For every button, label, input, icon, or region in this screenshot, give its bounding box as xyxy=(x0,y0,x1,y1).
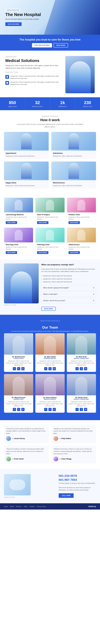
service-body-2: Heart of Surgery Sample text. Click to s… xyxy=(36,212,64,225)
service-text-5: Sample text. Click to select the Text El… xyxy=(37,246,63,250)
facebook-icon-3[interactable]: f xyxy=(76,367,79,370)
team-name-3: Dr. Rick Scott xyxy=(67,356,96,358)
twitter-icon-2[interactable]: t xyxy=(48,367,52,370)
stat-medical-facts: 230 Medical Facts xyxy=(75,97,100,110)
faq-q-2[interactable]: What is a birth plan? + xyxy=(41,292,96,297)
contact-section: Images by Freepik 001-234-5678 001-987-7… xyxy=(0,469,100,503)
stat-label-1: Happy Client xyxy=(1,106,24,107)
twitter-icon-4[interactable]: t xyxy=(17,408,20,411)
preg-img-label: Images from Freepik xyxy=(4,304,39,306)
service-body-4: Neurology Clinic Sample text. Click to s… xyxy=(4,242,33,255)
faq-q-text-2: What is a birth plan? xyxy=(43,293,58,295)
preg-list: Sample text. Click to select the Text El… xyxy=(41,275,96,283)
facebook-icon-5[interactable]: f xyxy=(44,408,47,411)
linkedin-icon-6[interactable]: in xyxy=(84,408,87,411)
ms-feature-1: Sample text. Click to select the text bo… xyxy=(5,75,63,80)
twitter-icon-5[interactable]: t xyxy=(48,408,52,411)
how-card-img-3 xyxy=(4,162,49,180)
team-socials-2: f t in xyxy=(35,367,64,370)
pills-shape xyxy=(9,480,25,490)
feature-icon-2 xyxy=(5,81,9,85)
how-card-title-4: World Doctors xyxy=(53,182,94,184)
team-role-5: MEDICAL DENTIST xyxy=(35,398,64,400)
footer-link-about[interactable]: About xyxy=(10,506,14,507)
quote-author-2: — Polly Heither xyxy=(54,436,94,441)
quote-author-1: — Jennie Klenny xyxy=(6,436,46,441)
team-card-1: Dr. Bob Bronson CARDIOLOGIST Sample text… xyxy=(4,333,33,372)
quote-name-4: — Cheer Wragg xyxy=(59,458,71,460)
how-tag: Working process xyxy=(4,116,96,117)
call-now-button[interactable]: CALL NOW xyxy=(59,493,74,498)
footer-link-privacy[interactable]: Privacy Policy xyxy=(37,506,46,507)
team-name-1: Dr. Bob Bronson xyxy=(4,356,33,358)
quote-card-3: "That art of medicine consists in amusin… xyxy=(4,446,49,464)
read-more-button-band[interactable]: READ MORE xyxy=(54,43,68,48)
footer-links: Home About Services Team Contact Privacy… xyxy=(4,506,46,507)
stat-medical-doctors: 32 Medical Doctors xyxy=(25,97,50,110)
footer-link-contact[interactable]: Contact xyxy=(30,506,34,507)
footer-link-home[interactable]: Home xyxy=(4,506,8,507)
contact-right: 001-234-5678 001-987-7654 121 Rock Stree… xyxy=(59,474,96,498)
pills-img-label: Images by Freepik xyxy=(4,496,55,498)
quote-text-3: "That art of medicine consists in amusin… xyxy=(6,448,46,455)
team-card-3: Dr. Rick Scott DENTIST CONSULTANT Sample… xyxy=(67,333,96,372)
service-body-6: Tablet Doctors Sample text. Click to sel… xyxy=(67,242,96,255)
stat-label-4: Medical Facts xyxy=(76,106,99,107)
twitter-icon-6[interactable]: t xyxy=(80,408,83,411)
read-more-4[interactable]: READ MORE xyxy=(6,251,17,254)
linkedin-icon-4[interactable]: in xyxy=(21,408,24,411)
preg-image xyxy=(4,264,39,304)
linkedin-icon-5[interactable]: in xyxy=(53,408,56,411)
hero-pretitle: Getting Started Edit xyxy=(5,9,20,11)
facebook-icon-4[interactable]: f xyxy=(13,408,16,411)
facebook-icon-6[interactable]: f xyxy=(76,408,79,411)
footer-link-services[interactable]: Services xyxy=(16,506,22,507)
read-more-5[interactable]: READ MORE xyxy=(37,251,48,254)
read-more-2[interactable]: READ MORE xyxy=(37,221,48,224)
team-img-6 xyxy=(67,374,96,395)
team-img-4 xyxy=(4,374,33,395)
read-more-3[interactable]: READ MORE xyxy=(68,221,80,224)
preg-read-more-button[interactable]: READ MORE xyxy=(41,307,56,311)
facebook-icon-1[interactable]: f xyxy=(13,367,16,370)
contact-address: 121 Rock Street, 21 Avenue, New York, NY… xyxy=(59,482,96,485)
service-img-4 xyxy=(4,228,33,242)
preg-right: When can pregnancy cravings start? Lorem… xyxy=(41,264,96,310)
how-card-title-2: Satisfaction xyxy=(53,152,94,154)
hero-content: Getting Started Edit The New Hospital We… xyxy=(5,9,41,26)
quote-card-1: "Find fact out more to place attention t… xyxy=(4,426,49,443)
footer-link-team[interactable]: Team xyxy=(24,506,27,507)
faq-q-1[interactable]: When should I going to the hospital? + xyxy=(41,285,96,290)
hero-bg-image xyxy=(44,0,100,35)
twitter-icon-3[interactable]: t xyxy=(80,367,83,370)
how-card-body-3: Happy Client Sample text. Click to selec… xyxy=(4,180,49,188)
faq-q-text-3: Should I see the Do you know? xyxy=(43,300,65,302)
hero-cta-button[interactable]: OUR FEATURES xyxy=(5,22,22,26)
services-grid: Labrinthology Medicine Sample text. Clic… xyxy=(4,198,96,256)
ms-feature-2: Sample text. Click to select the text bo… xyxy=(5,81,63,86)
how-card-text-2: Sample text. Click to select the Text El… xyxy=(53,155,94,157)
linkedin-icon-1[interactable]: in xyxy=(21,367,24,370)
team-tag: Team From Hospitals xyxy=(4,320,96,322)
twitter-icon-1[interactable]: t xyxy=(17,367,20,370)
service-title-4: Neurology Clinic xyxy=(6,244,32,246)
linkedin-icon-2[interactable]: in xyxy=(53,367,56,370)
ms-feature-text-1: Sample text. Click to select the text bo… xyxy=(10,75,63,80)
team-text-6: Sample text. Click to select the Text El… xyxy=(67,401,96,407)
how-card-img-2 xyxy=(51,132,96,150)
medical-solutions-section: Laboratory Medical Solutions Sample text… xyxy=(0,51,100,97)
read-more-6[interactable]: READ MORE xyxy=(68,251,80,254)
service-title-1: Labrinthology Medicine xyxy=(6,214,32,216)
quote-name-1: — Jennie Klenny xyxy=(12,438,25,440)
read-more-1[interactable]: READ MORE xyxy=(6,221,17,224)
faq-q-3[interactable]: Should I see the Do you know? + xyxy=(41,298,96,303)
how-subtitle: Lorem ipsum dolor sit amet, consectetur … xyxy=(17,123,83,128)
blue-band-section: The hospital you trust to care for those… xyxy=(0,35,100,51)
linkedin-icon-3[interactable]: in xyxy=(84,367,87,370)
service-title-3: Pediatric Clinic xyxy=(68,214,94,216)
facebook-icon-2[interactable]: f xyxy=(44,367,47,370)
team-socials-4: f t in xyxy=(4,408,33,411)
explore-features-button[interactable]: EXPLORE FEATURES xyxy=(32,43,52,48)
service-body-5: Pathology Clinic Sample text. Click to s… xyxy=(36,242,64,255)
team-text-2: Sample text. Click to select the Text El… xyxy=(35,360,64,366)
